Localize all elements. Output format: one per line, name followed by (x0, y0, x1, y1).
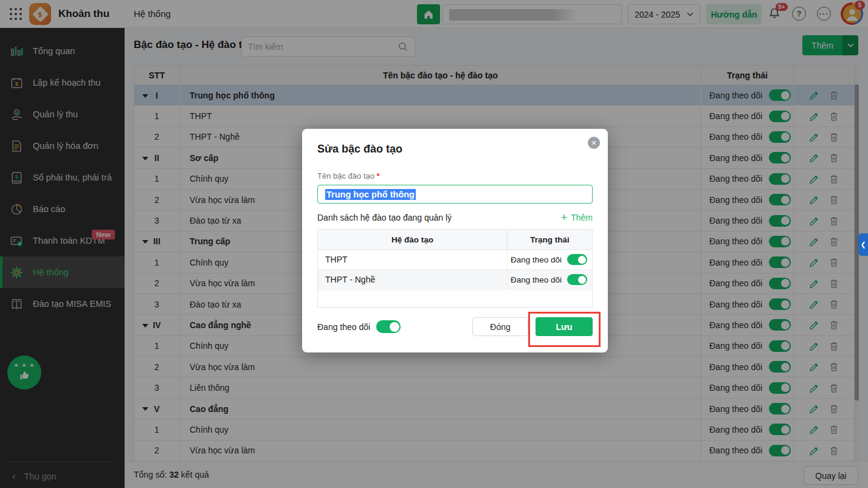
modal-table-header: Hệ đào tạo Trạng thái (318, 230, 592, 250)
system-status-toggle[interactable] (567, 274, 587, 285)
modal-table-row: THPT - Nghề Đang theo dõi (318, 270, 592, 290)
name-field-label: Tên bậc đào tạo * (317, 171, 593, 181)
training-systems-table: Hệ đào tạo Trạng thái THPT Đang theo dõi… (317, 229, 593, 308)
system-status-label: Đang theo dõi (511, 275, 562, 284)
modal-table-rows: THPT Đang theo dõi THPT - Nghề Đang theo… (318, 250, 592, 290)
add-system-link[interactable]: + Thêm (561, 212, 593, 223)
modal-table-row: THPT Đang theo dõi (318, 250, 592, 270)
managed-systems-label: Danh sách hệ đào tạo đang quản lý (317, 213, 452, 222)
chevron-left-icon: ❮ (860, 241, 866, 249)
required-mark: * (377, 171, 380, 180)
system-name: THPT - Nghề (318, 270, 508, 289)
modal-status-toggle[interactable] (376, 320, 401, 333)
system-status-toggle[interactable] (567, 254, 587, 265)
save-button[interactable]: Lưu (536, 317, 593, 336)
system-status-label: Đang theo dõi (511, 255, 562, 264)
modal-col-status: Trạng thái (508, 230, 592, 249)
close-button[interactable]: Đóng (472, 317, 528, 336)
close-icon[interactable]: ✕ (588, 137, 600, 149)
modal-status-label: Đang theo dõi (317, 322, 370, 332)
system-name: THPT (318, 250, 508, 269)
panel-collapse-tab[interactable]: ❮ (858, 233, 868, 256)
plus-icon: + (561, 212, 568, 223)
modal-title: Sửa bậc đào tạo (317, 142, 593, 156)
selected-text: Trung học phổ thông (325, 189, 416, 200)
training-level-name-input[interactable]: Trung học phổ thông (317, 185, 593, 204)
modal-col-name: Hệ đào tạo (318, 230, 508, 249)
edit-training-level-modal: ✕ Sửa bậc đào tạo Tên bậc đào tạo * Trun… (302, 129, 608, 352)
